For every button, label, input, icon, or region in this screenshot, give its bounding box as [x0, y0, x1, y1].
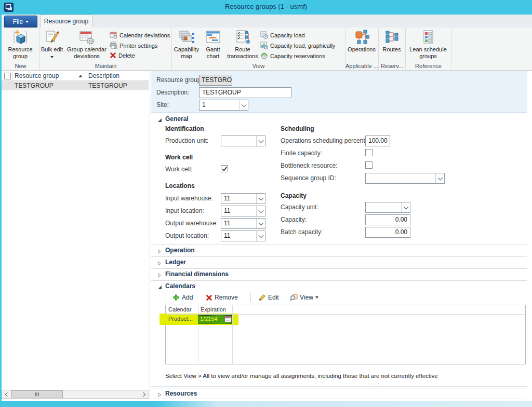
- chevron-down-icon: [315, 296, 318, 299]
- scrollbar-thumb[interactable]: [11, 390, 63, 398]
- section-ledger[interactable]: Ledger: [151, 256, 527, 268]
- group-label-new: New: [2, 63, 39, 69]
- horizontal-scrollbar[interactable]: [2, 390, 149, 399]
- routes-tree-icon: [384, 30, 400, 45]
- section-financial-dimensions[interactable]: Financial dimensions: [151, 268, 527, 280]
- resource-group-list: Resource group Description TESTGROUP TES…: [2, 71, 149, 400]
- resource-group-button[interactable]: Resource group: [2, 29, 39, 60]
- routes-button[interactable]: Routes: [379, 29, 405, 53]
- osp-label: Operations scheduling percentage:: [281, 137, 377, 144]
- bar-chart-clock-icon: [260, 42, 268, 49]
- list-row-testgroup[interactable]: TESTGROUP TESTGROUP: [2, 81, 149, 90]
- grid-header-expiration[interactable]: Expiration: [198, 305, 232, 315]
- calendars-note: Select View > All to view and/or manage …: [165, 373, 524, 379]
- description-field[interactable]: TESTGROUP: [199, 87, 291, 98]
- identification-heading: Identification: [165, 125, 204, 132]
- chevron-down-icon[interactable]: [256, 219, 265, 228]
- finite-capacity-checkbox[interactable]: [365, 149, 373, 156]
- calendar-deviations-button[interactable]: Calendar deviations: [110, 31, 171, 39]
- expander-collapsed-icon: [157, 248, 162, 255]
- chevron-down-icon[interactable]: [256, 194, 265, 204]
- capability-map-button[interactable]: Capability map: [172, 29, 201, 60]
- edit-button[interactable]: Edit: [259, 292, 279, 303]
- group-calendar-deviations-button[interactable]: Group calendar deviations: [64, 29, 110, 60]
- delete-button[interactable]: Delete: [110, 52, 171, 59]
- input-warehouse-dropdown[interactable]: 11: [221, 193, 265, 204]
- capacity-field[interactable]: 0.00: [365, 214, 410, 225]
- cell-expiration[interactable]: 1/2154: [198, 315, 232, 324]
- osp-field[interactable]: 100.00: [365, 135, 390, 146]
- file-menu-button[interactable]: File: [4, 16, 37, 28]
- lean-schedule-groups-button[interactable]: Lean schedule groups: [406, 29, 450, 60]
- input-location-dropdown[interactable]: 11: [221, 206, 265, 216]
- expander-collapsed-icon: [157, 391, 162, 399]
- ribbon-spacer: [451, 28, 532, 70]
- ribbon-group-reservation: Routes Reserv...: [379, 28, 406, 70]
- view-menu-button[interactable]: View: [290, 292, 318, 303]
- capacity-label: Capacity:: [281, 216, 307, 223]
- group-label-view: View: [172, 63, 345, 69]
- capacity-unit-label: Capacity unit:: [281, 204, 318, 211]
- date-picker-icon[interactable]: [224, 316, 231, 322]
- calendar-assignment-row[interactable]: Product... 1/2154: [166, 315, 526, 324]
- scroll-left-button[interactable]: [2, 390, 10, 398]
- route-transactions-button[interactable]: Route transactions: [225, 29, 260, 60]
- expander-expanded-icon: [157, 284, 162, 291]
- chevron-down-icon[interactable]: [256, 231, 265, 241]
- cycle-icon: [260, 52, 268, 60]
- production-unit-dropdown[interactable]: [221, 135, 265, 146]
- chevron-down-icon[interactable]: [256, 206, 265, 216]
- bottleneck-checkbox[interactable]: [365, 161, 373, 169]
- select-all-checkbox[interactable]: [4, 73, 11, 79]
- operations-button[interactable]: Operations: [345, 29, 378, 53]
- tab-resource-group[interactable]: Resource group: [40, 15, 92, 28]
- cell-calendar[interactable]: Product...: [166, 315, 198, 324]
- gantt-chart-button[interactable]: Gantt chart: [201, 29, 225, 60]
- schedule-list-icon: [420, 30, 436, 45]
- ribbon-group-maintain: Bulk edit Group calendar deviations: [40, 28, 172, 70]
- chevron-down-icon[interactable]: [401, 202, 410, 212]
- ribbon-group-view: Capability map Gantt chart: [172, 28, 345, 70]
- section-resources[interactable]: Resources: [151, 388, 527, 399]
- printer-settings-button[interactable]: Printer settings: [110, 42, 171, 49]
- chevron-down-icon[interactable]: [239, 100, 248, 110]
- sequence-group-dropdown[interactable]: [365, 173, 445, 184]
- capacity-unit-dropdown[interactable]: [365, 202, 410, 213]
- chevron-down-icon[interactable]: [435, 173, 444, 183]
- scheduling-heading: Scheduling: [281, 125, 314, 132]
- output-location-label: Output location:: [165, 232, 209, 239]
- checkmark-icon: [222, 166, 228, 172]
- group-label-applicable: Applicable ...: [345, 63, 378, 69]
- ribbon-group-reference: Lean schedule groups Reference: [406, 28, 451, 70]
- printer-icon: [110, 42, 117, 49]
- grid-header-calendar[interactable]: Calendar: [166, 305, 198, 315]
- capacity-load-graphically-button[interactable]: Capacity load, graphically: [260, 42, 343, 49]
- batch-capacity-field[interactable]: 0.00: [365, 227, 410, 238]
- panel-splitter[interactable]: [150, 71, 150, 400]
- description-field-label: Description:: [156, 89, 189, 96]
- work-cell-checkbox[interactable]: [221, 165, 228, 172]
- red-x-icon: [206, 294, 212, 301]
- remove-button[interactable]: Remove: [206, 292, 238, 303]
- column-header-description[interactable]: Description: [88, 72, 119, 79]
- expander-expanded-icon: [157, 117, 162, 124]
- pencil-icon: [259, 294, 266, 301]
- output-location-dropdown[interactable]: 11: [221, 230, 265, 241]
- site-dropdown[interactable]: 1: [199, 100, 248, 111]
- titlebar: Resource groups (1 - usmf): [0, 0, 532, 15]
- capacity-load-button[interactable]: Capacity load: [260, 31, 343, 39]
- section-calendars[interactable]: Calendars: [151, 280, 527, 292]
- scroll-right-button[interactable]: [140, 390, 148, 398]
- bulk-edit-button[interactable]: Bulk edit: [40, 29, 64, 60]
- output-warehouse-dropdown[interactable]: 11: [221, 218, 265, 229]
- section-operation[interactable]: Operation: [151, 245, 527, 256]
- list-header: Resource group Description: [2, 71, 149, 81]
- output-warehouse-label: Output warehouse:: [165, 220, 218, 227]
- section-general[interactable]: General: [151, 114, 527, 125]
- column-header-resource-group[interactable]: Resource group: [15, 72, 59, 79]
- ribbon-tabstrip: File Resource group: [2, 15, 532, 28]
- add-button[interactable]: Add: [172, 292, 193, 303]
- chevron-down-icon[interactable]: [256, 136, 265, 146]
- work-cell-heading: Work cell: [165, 154, 193, 161]
- capacity-reservations-button[interactable]: Capacity reservations: [260, 52, 343, 60]
